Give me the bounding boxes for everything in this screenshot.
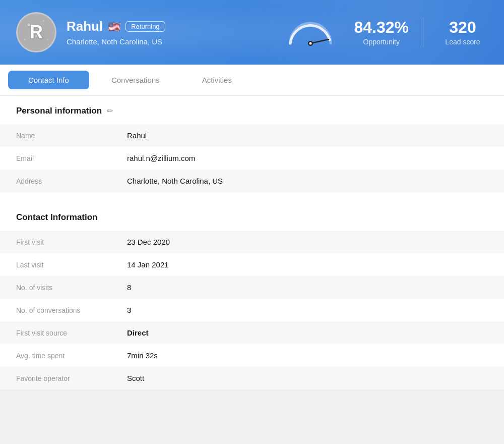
contact-name: Rahul [67,19,103,34]
field-value-no-conversations: 3 [127,306,131,314]
personal-info-title: Personal information [16,106,102,116]
table-row: First visit source Direct [0,321,504,344]
table-row: First visit 23 Dec 2020 [0,231,504,253]
gauge-container [285,18,336,46]
personal-info-header: Personal information ✏ [0,96,504,124]
contact-info-table: First visit 23 Dec 2020 Last visit 14 Ja… [0,231,504,390]
opportunity-label: Opportunity [363,38,400,46]
content-area: Personal information ✏ Name Rahul Email … [0,96,504,390]
lead-score-label: Lead score [445,38,480,46]
field-value-address: Charlotte, Noth Carolina, US [127,177,223,185]
field-value-name: Rahul [127,131,147,140]
field-value-avg-time: 7min 32s [127,351,158,360]
flag-icon: 🇺🇸 [108,21,120,33]
field-label-email: Email [16,154,127,162]
contact-info-header: Contact Information [0,202,504,231]
avatar: R [16,12,56,52]
table-row: No. of visits 8 [0,276,504,299]
field-label-last-visit: Last visit [16,261,127,269]
edit-icon[interactable]: ✏ [107,106,113,116]
table-row: Name Rahul [0,124,504,147]
header-name-row: Rahul 🇺🇸 Returning [67,19,275,34]
svg-point-2 [309,42,312,45]
table-row: No. of conversations 3 [0,299,504,321]
tabs-bar: Contact Info Conversations Activities [0,65,504,96]
stats-divider [423,17,423,47]
lead-score-value: 320 [449,19,476,36]
field-value-email: rahul.n@zillium.com [127,154,195,162]
personal-info-table: Name Rahul Email rahul.n@zillium.com Add… [0,124,504,192]
tab-activities[interactable]: Activities [182,71,252,89]
field-label-first-visit: First visit [16,238,127,246]
field-value-last-visit: 14 Jan 2021 [127,260,169,269]
svg-line-0 [310,39,329,43]
contact-info-title: Contact Information [16,212,98,223]
table-row: Address Charlotte, Noth Carolina, US [0,170,504,192]
field-value-first-visit: 23 Dec 2020 [127,238,170,246]
header-info: Rahul 🇺🇸 Returning Charlotte, Noth Carol… [67,19,275,46]
header: R Rahul 🇺🇸 Returning Charlotte, Noth Car… [0,0,504,65]
field-value-favorite-operator: Scott [127,374,144,382]
field-label-first-visit-source: First visit source [16,329,127,337]
opportunity-stat: 84.32% Opportunity [354,19,409,45]
section-gap [0,192,504,202]
table-row: Avg. time spent 7min 32s [0,344,504,367]
field-label-no-conversations: No. of conversations [16,306,127,314]
avatar-letter: R [30,22,43,43]
field-label-favorite-operator: Favorite operator [16,374,127,382]
table-row: Favorite operator Scott [0,367,504,390]
table-row: Last visit 14 Jan 2021 [0,253,504,276]
field-value-first-visit-source: Direct [127,328,149,337]
lead-score-stat: 320 Lead score [437,19,488,45]
opportunity-value: 84.32% [354,19,409,36]
table-row: Email rahul.n@zillium.com [0,147,504,170]
returning-badge: Returning [125,21,165,32]
field-value-no-visits: 8 [127,283,131,292]
field-label-name: Name [16,132,127,140]
tab-contact-info[interactable]: Contact Info [8,71,89,89]
field-label-avg-time: Avg. time spent [16,352,127,360]
field-label-no-visits: No. of visits [16,284,127,292]
gauge-chart [285,18,336,46]
contact-location: Charlotte, Noth Carolina, US [67,37,275,46]
tab-conversations[interactable]: Conversations [91,71,180,89]
field-label-address: Address [16,177,127,185]
